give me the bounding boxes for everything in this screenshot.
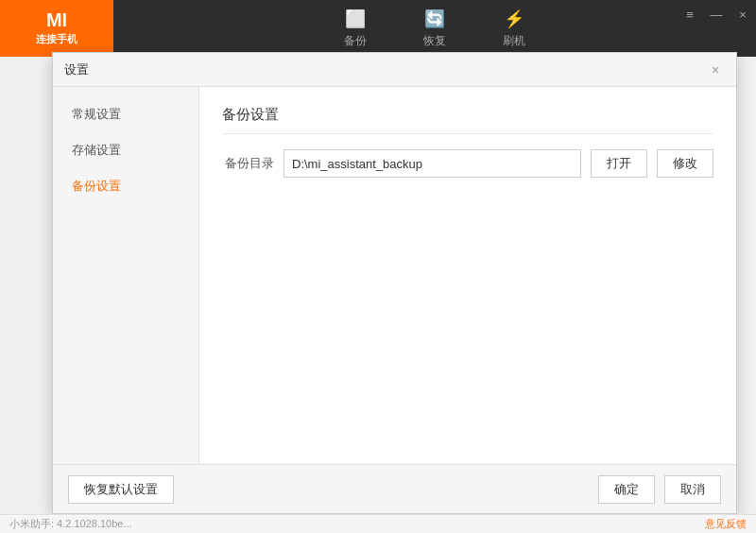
- section-title: 备份设置: [222, 106, 713, 134]
- logo-text: MI: [46, 10, 67, 29]
- mi-logo: MI 连接手机: [0, 0, 113, 57]
- sidebar-item-storage[interactable]: 存储设置: [53, 132, 198, 168]
- main-content: 备份设置 备份目录 打开 修改: [199, 87, 736, 464]
- footer-right: 确定 取消: [598, 475, 721, 504]
- menu-button[interactable]: ≡: [677, 1, 703, 27]
- version-text: 小米助手: 4.2.1028.10be...: [9, 517, 132, 531]
- title-bar: MI 连接手机 ⬜ 备份 🔄 恢复 ⚡ 刷机 ≡ — ×: [0, 0, 756, 57]
- feedback-link[interactable]: 意见反馈: [705, 517, 747, 531]
- dialog-title: 设置: [64, 61, 89, 78]
- sidebar-item-general[interactable]: 常规设置: [53, 96, 198, 132]
- window-close-button[interactable]: ×: [730, 1, 756, 27]
- cancel-button[interactable]: 取消: [664, 475, 721, 504]
- settings-dialog: 设置 × 常规设置 存储设置 备份设置 备份设置 备份目录 打开 修改 恢复默认…: [52, 52, 737, 514]
- confirm-button[interactable]: 确定: [598, 475, 655, 504]
- status-bar: 小米助手: 4.2.1028.10be... 意见反馈: [0, 514, 756, 533]
- tab-flash-label: 刷机: [503, 33, 525, 49]
- backup-dir-row: 备份目录 打开 修改: [222, 149, 713, 178]
- flash-icon: ⚡: [504, 9, 524, 29]
- logo-sub: 连接手机: [36, 32, 77, 46]
- reset-defaults-button[interactable]: 恢复默认设置: [68, 475, 174, 504]
- title-controls: ≡ — ×: [677, 0, 756, 28]
- restore-icon: 🔄: [424, 9, 445, 29]
- dialog-titlebar: 设置 ×: [53, 53, 736, 87]
- open-button[interactable]: 打开: [591, 149, 647, 178]
- backup-dir-label: 备份目录: [222, 155, 274, 172]
- sidebar-item-backup[interactable]: 备份设置: [53, 168, 198, 204]
- nav-tabs: ⬜ 备份 🔄 恢复 ⚡ 刷机: [113, 0, 756, 57]
- tab-restore-label: 恢复: [423, 33, 446, 49]
- backup-dir-input[interactable]: [284, 149, 581, 178]
- footer-left: 恢复默认设置: [68, 475, 174, 504]
- dialog-close-button[interactable]: ×: [706, 60, 725, 79]
- settings-sidebar: 常规设置 存储设置 备份设置: [53, 87, 199, 464]
- tab-backup-label: 备份: [344, 33, 367, 49]
- tab-restore[interactable]: 🔄 恢复: [423, 9, 446, 49]
- modify-button[interactable]: 修改: [657, 149, 713, 178]
- minimize-button[interactable]: —: [703, 1, 730, 27]
- dialog-footer: 恢复默认设置 确定 取消: [53, 464, 736, 513]
- dialog-body: 常规设置 存储设置 备份设置 备份设置 备份目录 打开 修改: [53, 87, 736, 464]
- backup-icon: ⬜: [345, 9, 366, 29]
- tab-backup[interactable]: ⬜ 备份: [344, 9, 367, 49]
- tab-flash[interactable]: ⚡ 刷机: [503, 9, 525, 49]
